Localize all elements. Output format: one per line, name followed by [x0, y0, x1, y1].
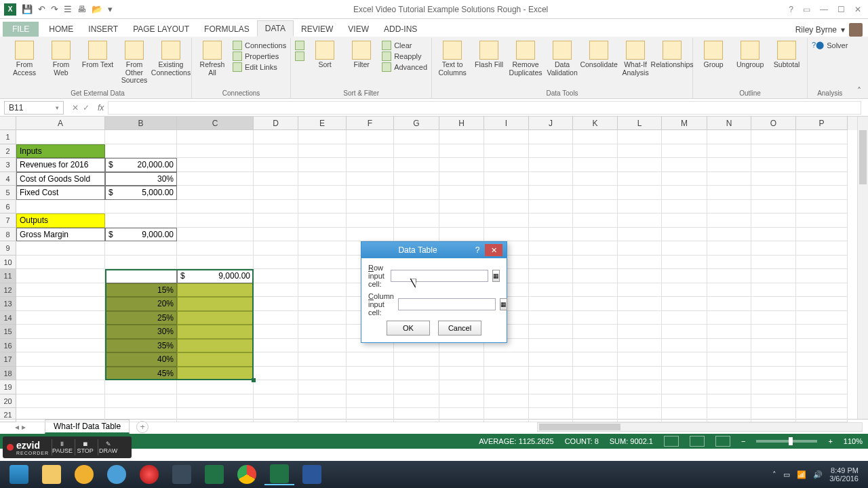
cell-D12[interactable]	[254, 283, 298, 298]
add-sheet-button[interactable]: +	[136, 421, 149, 433]
cell-L5[interactable]	[618, 186, 662, 200]
cell-I8[interactable]	[484, 228, 529, 242]
cell-A16[interactable]	[16, 339, 105, 353]
cell-K21[interactable]	[573, 408, 618, 422]
cell-P1[interactable]	[796, 130, 848, 144]
cell-N12[interactable]	[707, 283, 751, 298]
cell-H8[interactable]	[439, 228, 484, 242]
recorder-draw-button[interactable]: ✎DRAW	[98, 439, 118, 455]
cell-C3[interactable]	[177, 158, 254, 172]
sheet-nav-buttons[interactable]: ◂ ▸	[0, 422, 41, 432]
cell-O1[interactable]	[751, 130, 796, 144]
cell-M8[interactable]	[662, 228, 707, 242]
cell-K13[interactable]	[573, 297, 618, 311]
colhead-J[interactable]: J	[529, 117, 573, 130]
cell-L10[interactable]	[618, 256, 662, 270]
cell-A14[interactable]	[16, 311, 105, 325]
cell-D2[interactable]	[254, 144, 298, 159]
cell-C17[interactable]	[177, 352, 254, 367]
cell-E11[interactable]	[298, 269, 347, 283]
cell-D19[interactable]	[254, 380, 298, 394]
tray-network-icon[interactable]: 📶	[797, 470, 806, 479]
cell-J18[interactable]	[529, 367, 573, 381]
cell-M14[interactable]	[662, 311, 707, 325]
cell-H3[interactable]	[439, 158, 484, 172]
cell-P15[interactable]	[796, 325, 848, 339]
cell-O2[interactable]	[751, 144, 796, 159]
cell-L8[interactable]	[618, 228, 662, 242]
cell-E12[interactable]	[298, 283, 347, 298]
cell-H17[interactable]	[439, 352, 484, 367]
cell-K15[interactable]	[573, 325, 618, 339]
cell-I20[interactable]	[484, 394, 529, 409]
cell-P8[interactable]	[796, 228, 848, 242]
cell-N16[interactable]	[707, 339, 751, 353]
cell-D4[interactable]	[254, 172, 298, 186]
rowhead-19[interactable]: 19	[0, 380, 16, 394]
cell-M10[interactable]	[662, 256, 707, 270]
ungroup-button[interactable]: Ungroup	[734, 41, 766, 69]
cell-E15[interactable]	[298, 325, 347, 339]
from-web-button[interactable]: From Web	[45, 41, 77, 77]
recorder-stop-button[interactable]: ⏹STOP	[75, 439, 95, 455]
cell-B7[interactable]	[105, 214, 177, 228]
cell-D10[interactable]	[254, 256, 298, 270]
rowhead-17[interactable]: 17	[0, 352, 16, 367]
tab-review[interactable]: REVIEW	[294, 22, 340, 37]
rowhead-13[interactable]: 13	[0, 297, 16, 311]
cell-G7[interactable]	[394, 214, 439, 228]
cell-K19[interactable]	[573, 380, 618, 394]
cell-H1[interactable]	[439, 130, 484, 144]
solver-button[interactable]: ?⬤ Solver	[812, 41, 848, 49]
refresh-all-button[interactable]: Refresh All	[196, 41, 229, 77]
data-validation-button[interactable]: Data Validation	[546, 41, 578, 77]
rowhead-7[interactable]: 7	[0, 214, 16, 228]
cell-N19[interactable]	[707, 380, 751, 394]
rowhead-18[interactable]: 18	[0, 367, 16, 381]
existing-connections-button[interactable]: Existing Connections	[155, 41, 187, 77]
taskbar-word-button[interactable]	[297, 464, 327, 485]
cell-N4[interactable]	[707, 172, 751, 186]
cell-K17[interactable]	[573, 352, 618, 367]
tab-view[interactable]: VIEW	[340, 22, 376, 37]
cell-B10[interactable]	[105, 256, 177, 270]
col-ref-picker-icon[interactable]: ▦	[500, 298, 507, 310]
cell-O4[interactable]	[751, 172, 796, 186]
zoom-out-icon[interactable]: −	[741, 437, 745, 445]
cell-A18[interactable]	[16, 367, 105, 381]
rowhead-6[interactable]: 6	[0, 200, 16, 214]
cell-H20[interactable]	[439, 394, 484, 409]
row-ref-picker-icon[interactable]: ▦	[492, 270, 500, 282]
cell-E3[interactable]	[298, 158, 347, 172]
cell-L2[interactable]	[618, 144, 662, 159]
cell-G2[interactable]	[394, 144, 439, 159]
cell-B13[interactable]: 20%	[105, 297, 177, 311]
start-button[interactable]	[4, 464, 34, 485]
cell-E13[interactable]	[298, 297, 347, 311]
cell-P5[interactable]	[796, 186, 848, 200]
cell-J1[interactable]	[529, 130, 573, 144]
cell-G20[interactable]	[394, 394, 439, 409]
cell-J12[interactable]	[529, 283, 573, 298]
dialog-close-icon[interactable]: ✕	[485, 244, 502, 256]
rowhead-16[interactable]: 16	[0, 339, 16, 353]
cell-K10[interactable]	[573, 256, 618, 270]
cell-I19[interactable]	[484, 380, 529, 394]
sort-az-button[interactable]	[295, 41, 304, 50]
collapse-ribbon-icon[interactable]: ˄	[852, 83, 867, 98]
rowhead-4[interactable]: 4	[0, 172, 16, 186]
cell-O20[interactable]	[751, 394, 796, 409]
cell-K20[interactable]	[573, 394, 618, 409]
cell-B11[interactable]	[105, 269, 177, 283]
cell-O3[interactable]	[751, 158, 796, 172]
cell-L20[interactable]	[618, 394, 662, 409]
cell-I7[interactable]	[484, 214, 529, 228]
remove-duplicates-button[interactable]: Remove Duplicates	[509, 41, 542, 77]
cell-C2[interactable]	[177, 144, 254, 159]
account-area[interactable]: Riley Byrne ▾	[795, 23, 868, 37]
cell-F21[interactable]	[347, 408, 394, 422]
cell-O9[interactable]	[751, 241, 796, 256]
cell-J6[interactable]	[529, 200, 573, 214]
cell-D20[interactable]	[254, 394, 298, 409]
flash-fill-button[interactable]: Flash Fill	[473, 41, 505, 69]
